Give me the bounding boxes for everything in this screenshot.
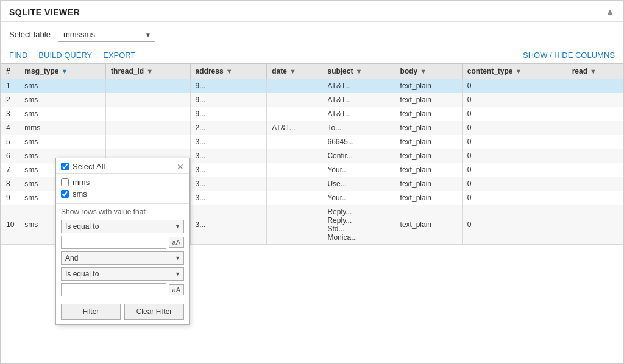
col-header-content-type[interactable]: content_type ▼ xyxy=(462,64,567,79)
table-cell xyxy=(267,205,322,245)
subject-filter-icon[interactable]: ▼ xyxy=(355,68,362,75)
table-select[interactable]: mmssms xyxy=(58,27,155,42)
table-row[interactable]: 5sms3...66645...text_plain0 xyxy=(1,135,623,149)
read-filter-icon[interactable]: ▼ xyxy=(590,68,597,75)
condition2-aa-button[interactable]: aA xyxy=(169,284,184,295)
table-cell xyxy=(267,191,322,205)
col-header-num[interactable]: # xyxy=(1,64,20,79)
find-link[interactable]: FIND xyxy=(9,51,27,60)
table-cell xyxy=(567,191,623,205)
filter-close-icon[interactable]: ✕ xyxy=(177,163,184,171)
condition1-select[interactable]: Is equal to Is not equal to Contains Doe… xyxy=(61,220,184,233)
table-cell: 0 xyxy=(462,107,567,121)
table-cell: To... xyxy=(322,121,395,135)
filter-sms-checkbox[interactable] xyxy=(61,190,69,198)
table-cell: AT&T... xyxy=(322,93,395,107)
col-header-subject[interactable]: subject ▼ xyxy=(322,64,395,79)
show-hide-columns-link[interactable]: SHOW / HIDE COLUMNS xyxy=(523,51,615,60)
table-cell: 0 xyxy=(462,163,567,177)
table-cell xyxy=(567,107,623,121)
table-cell: 0 xyxy=(462,79,567,93)
col-header-body[interactable]: body ▼ xyxy=(395,64,462,79)
table-cell xyxy=(267,79,322,93)
select-all-row: Select All xyxy=(61,162,105,171)
select-all-checkbox[interactable] xyxy=(61,163,69,170)
app-title: SQLITE VIEWER xyxy=(9,7,80,17)
filter-sms-label: sms xyxy=(73,189,87,198)
condition2-select[interactable]: Is equal to Is not equal to Contains Doe… xyxy=(61,267,184,281)
nav-bar: FIND BUILD QUERY EXPORT SHOW / HIDE COLU… xyxy=(1,47,623,63)
table-cell: 7 xyxy=(1,163,20,177)
table-cell: text_plain xyxy=(395,163,462,177)
table-cell: Confir... xyxy=(322,149,395,163)
filter-button[interactable]: Filter xyxy=(61,304,121,320)
table-cell xyxy=(106,107,191,121)
table-cell xyxy=(267,107,322,121)
table-cell: Your... xyxy=(322,191,395,205)
table-cell: text_plain xyxy=(395,121,462,135)
main-window: SQLITE VIEWER ▲ Select table mmssms FIND… xyxy=(0,0,624,364)
thread-id-filter-icon[interactable]: ▼ xyxy=(146,68,153,75)
table-row[interactable]: 2sms9...AT&T...text_plain0 xyxy=(1,93,623,107)
table-cell xyxy=(567,177,623,191)
table-cell: AT&T... xyxy=(322,79,395,93)
table-cell: text_plain xyxy=(395,177,462,191)
table-cell: 0 xyxy=(462,205,567,245)
condition2-input-row: aA xyxy=(61,283,184,296)
table-cell: text_plain xyxy=(395,107,462,121)
table-cell xyxy=(567,163,623,177)
col-header-msg-type[interactable]: msg_type ▼ xyxy=(20,64,106,79)
date-filter-icon[interactable]: ▼ xyxy=(289,68,296,75)
table-row[interactable]: 3sms9...AT&T...text_plain0 xyxy=(1,107,623,121)
build-query-link[interactable]: BUILD QUERY xyxy=(38,51,92,60)
table-cell xyxy=(267,149,322,163)
condition1-aa-button[interactable]: aA xyxy=(169,237,184,248)
table-cell: 2 xyxy=(1,93,20,107)
col-header-date[interactable]: date ▼ xyxy=(267,64,322,79)
content-type-filter-icon[interactable]: ▼ xyxy=(516,68,522,75)
table-cell: Use... xyxy=(322,177,395,191)
nav-right: SHOW / HIDE COLUMNS xyxy=(523,51,615,60)
export-link[interactable]: EXPORT xyxy=(103,51,135,60)
table-row[interactable]: 1sms9...AT&T...text_plain0 xyxy=(1,79,623,93)
filter-show-rows-label: Show rows with value that xyxy=(56,204,189,217)
table-cell: text_plain xyxy=(395,93,462,107)
table-cell: text_plain xyxy=(395,135,462,149)
clear-filter-button[interactable]: Clear Filter xyxy=(124,304,184,320)
table-cell xyxy=(567,79,623,93)
table-cell: text_plain xyxy=(395,149,462,163)
filter-popup-list: mms sms xyxy=(56,174,189,204)
table-cell: 8 xyxy=(1,177,20,191)
table-cell: 6 xyxy=(1,149,20,163)
table-row[interactable]: 4mms2...AT&T...To...text_plain0 xyxy=(1,121,623,135)
and-select-wrapper: And Or xyxy=(61,251,184,265)
filter-popup: Select All ✕ mms sms Show rows with valu… xyxy=(55,158,190,325)
condition2-input[interactable] xyxy=(61,283,166,296)
address-filter-icon[interactable]: ▼ xyxy=(226,68,233,75)
select-table-label: Select table xyxy=(9,30,51,39)
table-cell: 4 xyxy=(1,121,20,135)
table-cell: 3... xyxy=(190,163,267,177)
col-header-read[interactable]: read ▼ xyxy=(567,64,623,79)
table-cell xyxy=(106,135,191,149)
table-cell xyxy=(106,79,191,93)
filter-mms-label: mms xyxy=(73,178,90,187)
col-header-address[interactable]: address ▼ xyxy=(190,64,267,79)
col-header-thread-id[interactable]: thread_id ▼ xyxy=(106,64,191,79)
and-select[interactable]: And Or xyxy=(61,251,184,265)
table-cell: 0 xyxy=(462,121,567,135)
body-filter-icon[interactable]: ▼ xyxy=(420,68,427,75)
msg-type-filter-icon[interactable]: ▼ xyxy=(61,68,68,75)
table-cell: 66645... xyxy=(322,135,395,149)
table-cell: sms xyxy=(20,79,106,93)
nav-left: FIND BUILD QUERY EXPORT xyxy=(9,51,135,60)
filter-popup-header: Select All ✕ xyxy=(56,158,189,174)
table-cell: text_plain xyxy=(395,79,462,93)
table-cell: 5 xyxy=(1,135,20,149)
condition1-input[interactable] xyxy=(61,236,166,249)
filter-mms-checkbox[interactable] xyxy=(61,178,69,186)
close-icon[interactable]: ▲ xyxy=(605,7,615,18)
toolbar: Select table mmssms xyxy=(1,22,623,47)
table-cell: sms xyxy=(20,93,106,107)
table-cell xyxy=(567,93,623,107)
